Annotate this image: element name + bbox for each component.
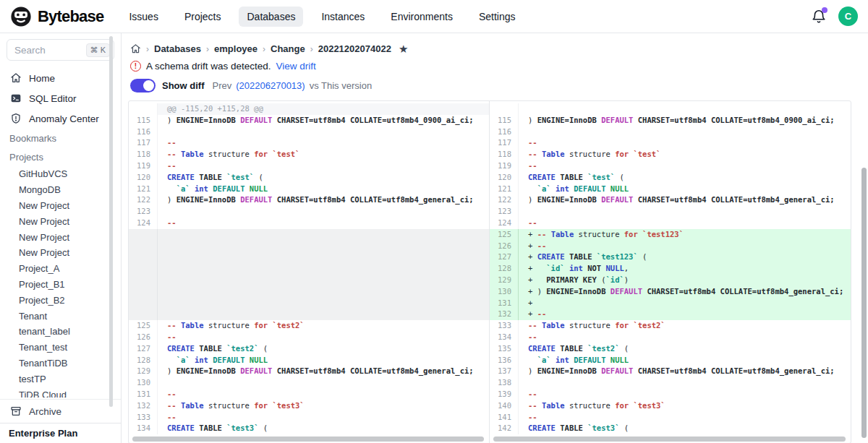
left-horizontal-scrollbar[interactable] [129,436,489,443]
sidebar-project-item[interactable]: Tenant [0,308,121,324]
top-nav: Bytebase IssuesProjectsDatabasesInstance… [0,0,868,33]
sidebar-item-anomaly-center[interactable]: Anomaly Center [0,108,121,129]
sidebar-project-item[interactable]: GitHubVCS [0,166,121,182]
line-number: 141 [490,412,519,423]
line-number [490,103,519,115]
sidebar-project-item[interactable]: Project_B1 [0,277,121,293]
code-text: -- [158,218,489,229]
line-number: 126 [490,241,519,252]
sidebar-project-item[interactable]: New Project [0,198,121,214]
view-drift-link[interactable]: View drift [276,61,316,72]
sidebar-scrollbar[interactable] [109,36,113,407]
line-number: 140 [490,400,519,412]
sidebar-item-home[interactable]: Home [0,68,121,88]
plan-badge: Enterprise Plan [0,423,121,443]
diff-hunk-header: @@ -115,20 +115,28 @@ [129,103,489,115]
diff-line: 122) ENGINE=InnoDB DEFAULT CHARSET=utf8m… [490,194,851,206]
diff-line: 136 `a` int DEFAULT NULL [490,355,851,366]
breadcrumb-item[interactable]: employee [214,43,258,54]
diff-line: 124-- [129,218,489,229]
line-number: 117 [490,137,519,149]
sidebar-project-item[interactable]: New Project [0,229,121,245]
notification-bell-button[interactable] [811,9,827,25]
user-avatar[interactable]: C [838,7,858,26]
bytebase-logo[interactable]: Bytebase [10,6,103,27]
sidebar-project-item[interactable]: New Project [0,245,121,261]
line-number: 120 [490,172,519,184]
scrollbar-thumb[interactable] [493,436,846,442]
archive-icon [10,405,22,417]
sidebar-project-item[interactable]: Project_A [0,261,121,277]
breadcrumb-item[interactable]: Change [271,43,305,54]
diff-pane-current[interactable]: 115) ENGINE=InnoDB DEFAULT CHARSET=utf8m… [490,101,851,443]
sidebar-project-item[interactable]: tenant_label [0,324,121,340]
nav-tab-settings[interactable]: Settings [471,7,524,27]
sidebar-project-item[interactable]: TenantTiDB [0,356,121,371]
code-text: -- [519,137,851,149]
sidebar-item-sql-editor[interactable]: SQL Editor [0,88,121,108]
line-number: 129 [129,366,158,377]
diff-line: 132-- Table structure for `test3` [129,400,489,412]
right-horizontal-scrollbar[interactable] [490,436,851,443]
code-text: `a` int DEFAULT NULL [519,355,851,366]
sidebar-project-item[interactable]: testTP [0,371,121,387]
code-text: `a` int DEFAULT NULL [158,184,489,195]
diff-line: 124-- [490,218,851,229]
nav-tab-projects[interactable]: Projects [176,7,229,27]
code-text: + CREATE TABLE `test123` ( [519,251,851,263]
nav-tab-databases[interactable]: Databases [239,7,303,27]
diff-line-added: 132+ -- [490,309,851,320]
nav-tab-issues[interactable]: Issues [121,7,166,27]
window-vertical-scrollbar[interactable] [861,168,867,438]
line-number: 135 [490,343,519,355]
diff-line: 126-- [129,332,489,343]
favorite-star-icon[interactable]: ★ [399,43,408,54]
code-text: -- [158,412,489,423]
code-text: CREATE TABLE `test2` ( [158,343,489,355]
sidebar-project-item[interactable]: TiDB Cloud [0,387,121,397]
brand-name: Bytebase [38,7,103,26]
diff-line: 122) ENGINE=InnoDB DEFAULT CHARSET=utf8m… [129,194,489,206]
breadcrumb-item[interactable]: Databases [154,43,201,54]
sidebar-project-item[interactable]: New Project [0,213,121,229]
nav-tab-instances[interactable]: Instances [313,7,373,27]
line-number: 133 [490,320,519,332]
sidebar-project-item[interactable]: Tenant_test [0,340,121,356]
diff-line: 141-- [490,412,851,423]
diff-line: 130 [129,377,489,389]
line-number [129,229,158,320]
line-number: 124 [490,218,519,229]
diff-line: 133-- [129,412,489,423]
diff-pane-previous[interactable]: @@ -115,20 +115,28 @@115) ENGINE=InnoDB … [129,101,490,443]
show-diff-toggle[interactable] [130,79,156,93]
line-number: 132 [129,400,158,412]
line-number: 127 [129,343,158,355]
prev-label: Prev [213,80,232,91]
drift-message: A schema drift was detected. [146,61,271,72]
toggle-knob [143,80,154,91]
diff-line: 121 `a` int DEFAULT NULL [129,184,489,195]
code-text: -- [158,137,489,149]
code-text: + ) ENGINE=InnoDB DEFAULT CHARSET=utf8mb… [519,286,851,298]
scrollbar-thumb[interactable] [132,436,484,442]
breadcrumb-item[interactable]: 20221202074022 [318,43,391,54]
prev-version-link[interactable]: (202206270013) [236,80,305,91]
diff-line-added: 127+ CREATE TABLE `test123` ( [490,251,851,263]
project-list: GitHubVCSMongoDBNew ProjectNew ProjectNe… [0,166,121,397]
code-text: -- [519,160,851,172]
code-text: CREATE TABLE `test` ( [158,172,489,184]
schema-diff-view: @@ -115,20 +115,28 @@115) ENGINE=InnoDB … [128,100,851,443]
code-text [519,103,851,115]
bytebase-logo-icon [10,6,32,27]
sidebar-item-archive[interactable]: Archive [0,400,121,423]
sidebar-project-item[interactable]: MongoDB [0,182,121,198]
code-text: ) ENGINE=InnoDB DEFAULT CHARSET=utf8mb4 … [158,366,489,377]
diff-line: 128 `a` int DEFAULT NULL [129,355,489,366]
code-text [158,126,489,138]
line-number: 131 [490,298,519,309]
sidebar-project-item[interactable]: Project_B2 [0,292,121,308]
line-number: 139 [490,389,519,400]
breadcrumb-home-icon[interactable] [130,43,141,54]
nav-tab-environments[interactable]: Environments [383,7,461,27]
search-input[interactable]: Search ⌘ K [7,39,114,61]
